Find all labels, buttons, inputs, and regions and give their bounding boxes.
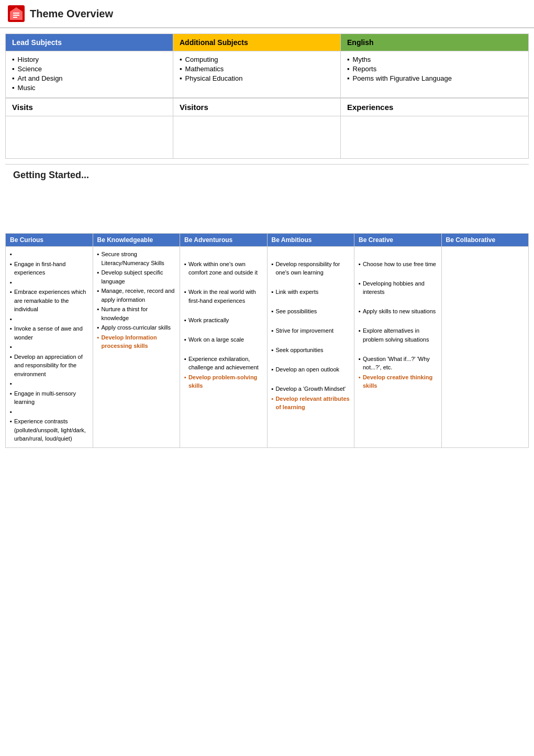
knowledgeable-column: Be Knowledgeable Secure strong Literacy/… [93, 234, 181, 447]
collaborative-column: Be Collaborative [442, 234, 529, 447]
adventurous-header: Be Adventurous [180, 234, 267, 247]
curious-bullet [10, 408, 88, 417]
svg-rect-4 [13, 17, 17, 18]
adventurous-highlight-1: Develop problem-solving skills [184, 373, 263, 390]
curious-header: Be Curious [6, 234, 93, 247]
ambitious-bullet: Develop an open outlook [272, 365, 350, 374]
ambitious-bullet: Seek opportunities [272, 346, 350, 355]
knowledgeable-bullet: Manage, receive, record and apply inform… [97, 287, 176, 304]
creative-highlight-1: Develop creative thinking skills [359, 373, 437, 390]
curious-column: Be Curious Engage in first-hand experien… [6, 234, 93, 447]
ambitious-bullet: Develop responsibility for one's own lea… [272, 260, 350, 277]
additional-item-3: Physical Education [180, 74, 334, 82]
svg-rect-3 [13, 15, 19, 16]
english-subjects-header: English [341, 34, 528, 51]
ambitious-column: Be Ambitious · Develop responsibility fo… [268, 234, 355, 447]
adventurous-bullet: Work within one's own comfort zone and o… [184, 260, 263, 277]
getting-started-content [13, 181, 521, 223]
creative-bullet: Apply skills to new situations [359, 307, 437, 316]
subjects-header-row: Lead Subjects Additional Subjects Englis… [6, 34, 528, 51]
ambitious-header: Be Ambitious [268, 234, 354, 247]
visits-header-row: Visits Visitors Experiences [6, 98, 528, 116]
ambitious-bullet: Develop a 'Growth Mindset' [272, 385, 350, 393]
english-item-3: Poems with Figurative Language [347, 74, 522, 82]
curious-bullet [10, 343, 88, 352]
curious-content: Engage in first-hand experiences Embrace… [6, 247, 93, 447]
creative-column: Be Creative · Choose how to use free tim… [354, 234, 442, 447]
svg-rect-2 [13, 13, 19, 14]
getting-started-section: Getting Started... [5, 164, 529, 228]
lead-subjects-content: History Science Art and Design Music [6, 51, 173, 97]
ambitious-bullet: See possibilities [272, 307, 350, 316]
adventurous-bullet: Work on a large scale [184, 335, 263, 344]
additional-subjects-content: Computing Mathematics Physical Education [173, 51, 341, 97]
knowledgeable-bullet: Apply cross-curricular skills [97, 323, 176, 332]
top-section: Lead Subjects Additional Subjects Englis… [5, 34, 529, 159]
knowledgeable-bullet: Secure strong Literacy/Numeracy Skills [97, 250, 176, 267]
knowledgeable-highlight-1: Develop Information processing skills [97, 333, 176, 350]
visitors-content [173, 116, 341, 158]
creative-bullet: Developing hobbies and interests [359, 279, 437, 297]
english-item-2: Reports [347, 65, 522, 73]
experiences-content [341, 116, 528, 158]
creative-content: · Choose how to use free time · Developi… [354, 247, 441, 395]
ambitious-content: · Develop responsibility for one's own l… [268, 247, 354, 416]
creative-bullet: Choose how to use free time [359, 260, 437, 269]
curious-bullet [10, 315, 88, 324]
ambitious-highlight-1: Develop relevant attributes of learning [272, 395, 350, 412]
knowledgeable-bullet: Nurture a thirst for knowledge [97, 305, 176, 322]
lead-item-4: Music [12, 84, 166, 92]
ambitious-bullet: Link with experts [272, 288, 350, 297]
curious-bullet: Experience contrasts (polluted/unspoilt,… [10, 417, 88, 443]
visits-header: Visits [6, 98, 173, 116]
curious-bullet: Invoke a sense of awe and wonder [10, 324, 88, 342]
adventurous-content: · Work within one's own comfort zone and… [180, 247, 267, 395]
curious-bullet: Develop an appreciation of and responsib… [10, 353, 88, 379]
curious-bullet [10, 278, 88, 287]
adventurous-bullet: Work in the real world with first-hand e… [184, 288, 263, 305]
visitors-header: Visitors [173, 98, 341, 116]
knowledgeable-header: Be Knowledgeable [93, 234, 180, 247]
curious-bullet: Engage in multi-sensory learning [10, 389, 88, 407]
creative-bullet: Question 'What if...?' 'Why not...?', et… [359, 355, 437, 372]
visits-content [6, 116, 173, 158]
creative-header: Be Creative [354, 234, 441, 247]
curious-bullet [10, 379, 88, 388]
curious-bullet: Embrace experiences which are remarkable… [10, 288, 88, 314]
lead-item-2: Science [12, 65, 166, 73]
adventurous-bullet: Work practically [184, 316, 263, 325]
lead-item-1: History [12, 56, 166, 63]
subjects-content-row: History Science Art and Design Music Com… [6, 51, 528, 98]
lead-item-3: Art and Design [12, 74, 166, 82]
additional-item-2: Mathematics [180, 65, 334, 73]
creative-bullet: Explore alternatives in problem solving … [359, 326, 437, 344]
english-subjects-content: Myths Reports Poems with Figurative Lang… [341, 51, 528, 97]
lead-subjects-header: Lead Subjects [6, 34, 173, 51]
ambitious-bullet: Strive for improvement [272, 326, 350, 335]
header-icon [8, 5, 25, 22]
collaborative-header: Be Collaborative [442, 234, 529, 247]
additional-subjects-header: Additional Subjects [173, 34, 341, 51]
english-item-1: Myths [347, 56, 522, 63]
visits-content-row [6, 116, 528, 158]
additional-item-1: Computing [180, 56, 334, 63]
columns-section: Be Curious Engage in first-hand experien… [5, 233, 529, 448]
page-title: Theme Overview [30, 8, 113, 20]
adventurous-bullet: Experience exhilaration, challenge and a… [184, 355, 263, 372]
getting-started-title: Getting Started... [13, 170, 521, 181]
adventurous-column: Be Adventurous · Work within one's own c… [180, 234, 268, 447]
knowledgeable-bullet: Develop subject specific language [97, 268, 176, 286]
header: Theme Overview [0, 0, 534, 28]
collaborative-content [442, 247, 529, 253]
curious-bullet [10, 250, 88, 259]
experiences-header: Experiences [341, 98, 528, 116]
curious-bullet: Engage in first-hand experiences [10, 260, 88, 277]
knowledgeable-content: Secure strong Literacy/Numeracy Skills D… [93, 247, 180, 355]
